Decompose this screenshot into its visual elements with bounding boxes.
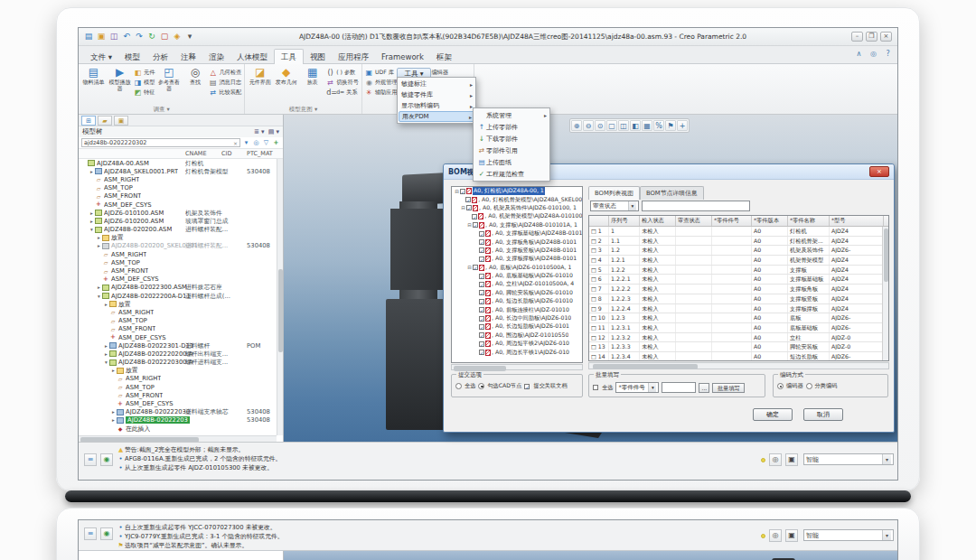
bom-tree-row[interactable]: ⊟✓A0, 灯检机\AJDZ48A-00, 1	[452, 187, 582, 195]
bom-node-checkbox[interactable]: ✓	[479, 274, 484, 279]
bom-table-row[interactable]: □ 51.2.2未检入A0支撑板AJDZ4	[589, 266, 888, 275]
bom-node-checkbox[interactable]: ✓	[460, 189, 465, 194]
select-all-radio[interactable]	[455, 383, 462, 389]
undo-icon[interactable]: ↶	[121, 31, 132, 42]
bom-tree-row[interactable]: ⊟✓, A0, 机架及装饰件\AJDZ6-010100, 1	[452, 204, 582, 212]
selection-filter-select-2[interactable]: 智能 ▾	[803, 529, 894, 541]
view-manager-icon[interactable]: ▦	[642, 120, 652, 131]
find-button[interactable]: ◎	[769, 453, 782, 466]
tree-row[interactable]: ▸AJDZ48B-02022301-D11进料螺杆POM	[79, 341, 277, 350]
bom-tree-row[interactable]: ✓, A0, 支撑板竖板\AJDZ48B-0101	[452, 247, 582, 255]
redo-icon[interactable]: ↷	[134, 31, 145, 42]
menu-item-敏捷零件库[interactable]: 敏捷零件库▸	[399, 89, 474, 100]
tree-row[interactable]: ASM_TOP	[79, 317, 277, 325]
find-button[interactable]: ◎查找	[183, 66, 207, 105]
component-interface-button[interactable]: ◪元件界面	[248, 66, 272, 105]
menu-item-零部件引用[interactable]: ⇄零部件引用	[474, 145, 549, 156]
bom-tree-row[interactable]: ✓, A0, 脚轮安装板\AJDZ6-01010	[452, 289, 582, 297]
menu-item-下载零部件[interactable]: ↓下载零部件	[474, 133, 549, 145]
tree-row[interactable]: ▸AJDZ6-010200.ASM玻璃罩窗门总成	[79, 217, 277, 225]
selection-filter-select[interactable]: 智能 ▾	[803, 453, 894, 465]
bom-tree-row[interactable]: ⊟✓, A0, 支撑板\AJDZ48B-010101A, 1	[452, 221, 582, 229]
tab-文件[interactable]: 文件 ▾	[84, 50, 118, 64]
bom-tree-row[interactable]: ✓, A0, 立柱\AJDZ-01010500A, 4	[452, 280, 582, 288]
family-table-button[interactable]: ▦族表	[300, 66, 324, 105]
menu-item-工程规范检查[interactable]: ✓工程规范检查	[474, 168, 549, 180]
bom-tree-hscrollbar[interactable]	[451, 364, 583, 370]
browser-icon-2[interactable]: ◉	[100, 527, 113, 540]
tree-row[interactable]: ▾AJDZ48B-020200.ASM进料螺杆装配...	[79, 226, 277, 234]
col-cname[interactable]: CNAME	[185, 150, 207, 157]
encoder-radio[interactable]	[777, 383, 784, 389]
console-icon[interactable]: ≡	[84, 453, 97, 466]
clipboard-button[interactable]: ▣	[785, 453, 798, 466]
expander-icon[interactable]: ▸	[110, 417, 117, 423]
console-icon-2[interactable]: ≡	[84, 527, 97, 540]
bom-tree-row[interactable]: ⊟✓, A0, 底板\AJDZ6-01010500A, 1	[452, 264, 582, 272]
publish-geometry-button[interactable]: ◆发布几何	[274, 66, 298, 105]
batch-value-input[interactable]	[662, 382, 696, 393]
col-header-*零件版本[interactable]: *零件版本	[752, 216, 788, 226]
bom-button[interactable]: ▤物料清单	[81, 66, 106, 105]
bom-tree-row[interactable]: ✓, A0, 围边板\AJDZ-01010550	[452, 331, 582, 340]
bom-tree-row[interactable]: ✓, A0, 长边中间肋板\AJDZ6-010	[452, 314, 582, 322]
tab-工具[interactable]: 工具	[274, 49, 304, 65]
compare-button[interactable]: ⇄比较装配	[209, 88, 241, 98]
model-tree-tab[interactable]: ⊞	[81, 116, 96, 126]
cad-nodes-radio[interactable]	[478, 383, 484, 389]
class-code-radio[interactable]	[806, 383, 812, 389]
tree-row[interactable]: ▸放置	[79, 367, 277, 375]
bom-table-vscrollbar[interactable]	[882, 227, 888, 360]
bom-table-row[interactable]: □ 81.2.2.3未检入A0支撑板竖板AJDZ4	[589, 294, 888, 304]
annotation-display-icon[interactable]: ⚑	[665, 120, 676, 131]
bom-table-row[interactable]: □ 141.2.3.4未检入A0短边长肋板AJDZ6-	[589, 352, 888, 361]
tree-row[interactable]: ASM_RIGHT	[79, 250, 277, 258]
bom-list-tab[interactable]: BOM列表视图	[588, 186, 640, 200]
expander-icon[interactable]: ⊟	[466, 265, 473, 270]
bom-table-row[interactable]: □ 121.2.3.2未检入A0立柱AJDZ-0	[589, 333, 888, 343]
expander-icon[interactable]: ▸	[110, 368, 117, 373]
add-column-icon[interactable]: +	[272, 139, 280, 146]
tree-row[interactable]: ▸AJDZ48B-020222030进料端支承轴芯530408	[79, 408, 277, 416]
bom-node-checkbox[interactable]: ✓	[466, 205, 472, 210]
collapse-ribbon-icon[interactable]: ∧	[854, 49, 864, 60]
expander-icon[interactable]: ▸	[103, 343, 109, 349]
tree-vscrollbar[interactable]	[277, 159, 283, 435]
filter-text-input[interactable]	[642, 201, 750, 211]
tree-row[interactable]: ASM_DEF_CSYS	[79, 201, 277, 209]
tree-row[interactable]: ▾AJDZ48B-0202220300.A螺杆进料端支...	[79, 359, 277, 367]
bom-table-row[interactable]: □ 61.2.2.1未检入A0支撑板基础板AJDZ4	[589, 275, 888, 285]
bom-tree-row[interactable]: ✓, A0, 短边长肋板\AJDZ6-01010	[452, 297, 582, 305]
status-filter-select[interactable]: 审查状态▾	[590, 201, 639, 211]
expander-icon[interactable]: ▸	[103, 302, 109, 307]
geometry-checks-button[interactable]: △几何检查	[209, 68, 241, 78]
reference-viewer-button[interactable]: ◰参考查看器	[156, 66, 181, 105]
bom-node-checkbox[interactable]: ✓	[472, 214, 477, 219]
col-header-*型号[interactable]: *型号	[830, 216, 884, 226]
expander-icon[interactable]: ▾	[89, 227, 95, 232]
linked-docs-checkbox[interactable]: ✓	[524, 384, 530, 389]
datum-display-icon[interactable]: %	[653, 120, 664, 131]
clear-search-icon[interactable]: ×	[233, 140, 238, 146]
search-dropdown-icon[interactable]: ▾	[242, 139, 250, 146]
bom-node-checkbox[interactable]: ✓	[479, 231, 484, 237]
col-header-*零件名称[interactable]: *零件名称	[788, 216, 830, 226]
bom-node-checkbox[interactable]: ✓	[479, 239, 484, 245]
bom-node-checkbox[interactable]: ✓	[479, 324, 484, 330]
menu-item-上传图纸[interactable]: ▤上传图纸	[474, 156, 549, 168]
col-cid[interactable]: CID	[221, 150, 231, 157]
tree-row[interactable]: ▸AJDZ48B-02022300.ASM进料拨芯右座	[79, 284, 277, 292]
bom-tree-row[interactable]: ✓, A0, 底板基础板\AJDZ6-01010	[452, 272, 582, 280]
save-icon[interactable]: ◫	[108, 31, 119, 42]
tree-row[interactable]: ▸放置	[79, 234, 277, 242]
bom-tree-row[interactable]: ✓, A0, 机架骨架模型\AJDZ48A-010100A, 1	[452, 212, 582, 220]
bom-node-checkbox[interactable]: ✓	[479, 307, 484, 313]
bom-node-checkbox[interactable]: ✓	[479, 282, 484, 287]
batch-fill-button[interactable]: 批量填写	[712, 383, 745, 393]
batch-field-select[interactable]: *零件件号▾	[615, 382, 659, 393]
browse-button[interactable]: ...	[699, 383, 709, 393]
favorites-tab[interactable]: ▣	[114, 116, 128, 126]
regenerate-icon[interactable]: ↻	[146, 31, 157, 42]
col-header-检入状态[interactable]: 检入状态	[640, 216, 676, 226]
bom-tree-row[interactable]: ✓, A0, 周边短平铁2\AJDZ6-010	[452, 340, 582, 348]
